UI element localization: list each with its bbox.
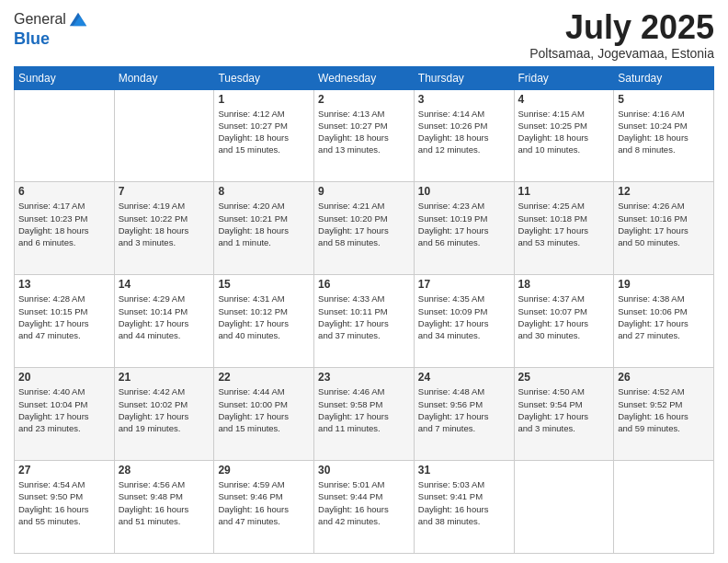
table-row: 31Sunrise: 5:03 AMSunset: 9:41 PMDayligh… <box>414 461 514 554</box>
day-info: Sunrise: 4:38 AMSunset: 10:06 PMDaylight… <box>618 293 710 341</box>
table-row: 11Sunrise: 4:25 AMSunset: 10:18 PMDaylig… <box>514 182 614 275</box>
day-info: Sunrise: 4:16 AMSunset: 10:24 PMDaylight… <box>618 108 710 156</box>
table-row: 25Sunrise: 4:50 AMSunset: 9:54 PMDayligh… <box>514 368 614 461</box>
day-info: Sunrise: 4:15 AMSunset: 10:25 PMDaylight… <box>518 108 610 156</box>
day-number: 20 <box>18 371 110 384</box>
logo-general-text: General <box>14 11 66 28</box>
day-number: 13 <box>18 278 110 291</box>
day-number: 7 <box>119 185 210 198</box>
calendar-week-row: 1Sunrise: 4:12 AMSunset: 10:27 PMDayligh… <box>15 89 714 182</box>
table-row: 7Sunrise: 4:19 AMSunset: 10:22 PMDayligh… <box>114 182 214 275</box>
calendar-table: Sunday Monday Tuesday Wednesday Thursday… <box>14 66 714 554</box>
table-row: 28Sunrise: 4:56 AMSunset: 9:48 PMDayligh… <box>114 461 214 554</box>
table-row: 10Sunrise: 4:23 AMSunset: 10:19 PMDaylig… <box>414 182 514 275</box>
table-row: 1Sunrise: 4:12 AMSunset: 10:27 PMDayligh… <box>214 89 314 182</box>
day-info: Sunrise: 4:14 AMSunset: 10:26 PMDaylight… <box>418 108 510 156</box>
day-info: Sunrise: 4:54 AMSunset: 9:50 PMDaylight:… <box>18 478 110 527</box>
day-info: Sunrise: 4:20 AMSunset: 10:21 PMDaylight… <box>218 200 310 248</box>
day-number: 14 <box>119 278 210 291</box>
table-row: 30Sunrise: 5:01 AMSunset: 9:44 PMDayligh… <box>314 461 415 554</box>
table-row: 9Sunrise: 4:21 AMSunset: 10:20 PMDayligh… <box>314 182 415 275</box>
logo-icon <box>68 9 88 29</box>
header: General Blue July 2025 Poltsamaa, Jogeva… <box>14 9 714 61</box>
day-number: 11 <box>518 185 610 198</box>
calendar-week-row: 13Sunrise: 4:28 AMSunset: 10:15 PMDaylig… <box>15 275 714 368</box>
table-row: 13Sunrise: 4:28 AMSunset: 10:15 PMDaylig… <box>15 275 115 368</box>
day-info: Sunrise: 4:25 AMSunset: 10:18 PMDaylight… <box>518 200 610 248</box>
day-number: 15 <box>218 278 310 291</box>
table-row: 18Sunrise: 4:37 AMSunset: 10:07 PMDaylig… <box>514 275 614 368</box>
day-number: 23 <box>318 371 410 384</box>
header-monday: Monday <box>114 66 214 89</box>
day-number: 9 <box>318 185 410 198</box>
table-row: 19Sunrise: 4:38 AMSunset: 10:06 PMDaylig… <box>614 275 714 368</box>
table-row: 20Sunrise: 4:40 AMSunset: 10:04 PMDaylig… <box>15 368 115 461</box>
day-info: Sunrise: 4:59 AMSunset: 9:46 PMDaylight:… <box>218 478 310 527</box>
day-number: 6 <box>18 185 110 198</box>
day-info: Sunrise: 4:46 AMSunset: 9:58 PMDaylight:… <box>318 385 410 434</box>
table-row: 29Sunrise: 4:59 AMSunset: 9:46 PMDayligh… <box>214 461 314 554</box>
day-info: Sunrise: 5:03 AMSunset: 9:41 PMDaylight:… <box>418 478 510 527</box>
table-row <box>614 461 714 554</box>
day-info: Sunrise: 4:52 AMSunset: 9:52 PMDaylight:… <box>618 385 710 434</box>
day-number: 18 <box>518 278 610 291</box>
day-number: 8 <box>218 185 310 198</box>
table-row: 21Sunrise: 4:42 AMSunset: 10:02 PMDaylig… <box>114 368 214 461</box>
day-number: 10 <box>418 185 510 198</box>
day-info: Sunrise: 4:17 AMSunset: 10:23 PMDaylight… <box>18 200 110 248</box>
header-wednesday: Wednesday <box>314 66 415 89</box>
day-info: Sunrise: 4:37 AMSunset: 10:07 PMDaylight… <box>518 293 610 341</box>
header-tuesday: Tuesday <box>214 66 314 89</box>
table-row: 4Sunrise: 4:15 AMSunset: 10:25 PMDayligh… <box>514 89 614 182</box>
table-row <box>114 89 214 182</box>
day-number: 19 <box>618 278 710 291</box>
day-info: Sunrise: 4:42 AMSunset: 10:02 PMDaylight… <box>119 385 210 434</box>
location-title: Poltsamaa, Jogevamaa, Estonia <box>529 46 714 61</box>
table-row <box>514 461 614 554</box>
day-number: 5 <box>618 93 710 106</box>
day-number: 1 <box>218 93 310 106</box>
day-info: Sunrise: 4:21 AMSunset: 10:20 PMDaylight… <box>318 200 410 248</box>
day-info: Sunrise: 4:44 AMSunset: 10:00 PMDaylight… <box>218 385 310 434</box>
table-row: 24Sunrise: 4:48 AMSunset: 9:56 PMDayligh… <box>414 368 514 461</box>
day-info: Sunrise: 4:28 AMSunset: 10:15 PMDaylight… <box>18 293 110 341</box>
table-row: 8Sunrise: 4:20 AMSunset: 10:21 PMDayligh… <box>214 182 314 275</box>
table-row: 12Sunrise: 4:26 AMSunset: 10:16 PMDaylig… <box>614 182 714 275</box>
day-info: Sunrise: 4:31 AMSunset: 10:12 PMDaylight… <box>218 293 310 341</box>
day-info: Sunrise: 4:13 AMSunset: 10:27 PMDaylight… <box>318 108 410 156</box>
day-number: 16 <box>318 278 410 291</box>
day-number: 31 <box>418 464 510 477</box>
day-info: Sunrise: 4:26 AMSunset: 10:16 PMDaylight… <box>618 200 710 248</box>
table-row: 16Sunrise: 4:33 AMSunset: 10:11 PMDaylig… <box>314 275 415 368</box>
header-saturday: Saturday <box>614 66 714 89</box>
day-info: Sunrise: 4:50 AMSunset: 9:54 PMDaylight:… <box>518 385 610 434</box>
day-info: Sunrise: 4:23 AMSunset: 10:19 PMDaylight… <box>418 200 510 248</box>
table-row: 26Sunrise: 4:52 AMSunset: 9:52 PMDayligh… <box>614 368 714 461</box>
table-row: 27Sunrise: 4:54 AMSunset: 9:50 PMDayligh… <box>15 461 115 554</box>
day-number: 26 <box>618 371 710 384</box>
day-number: 24 <box>418 371 510 384</box>
header-friday: Friday <box>514 66 614 89</box>
day-info: Sunrise: 4:48 AMSunset: 9:56 PMDaylight:… <box>418 385 510 434</box>
day-info: Sunrise: 4:40 AMSunset: 10:04 PMDaylight… <box>18 385 110 434</box>
table-row: 17Sunrise: 4:35 AMSunset: 10:09 PMDaylig… <box>414 275 514 368</box>
day-number: 27 <box>18 464 110 477</box>
day-number: 28 <box>119 464 210 477</box>
table-row: 22Sunrise: 4:44 AMSunset: 10:00 PMDaylig… <box>214 368 314 461</box>
day-info: Sunrise: 4:12 AMSunset: 10:27 PMDaylight… <box>218 108 310 156</box>
header-sunday: Sunday <box>15 66 115 89</box>
table-row: 6Sunrise: 4:17 AMSunset: 10:23 PMDayligh… <box>15 182 115 275</box>
logo: General Blue <box>14 9 88 49</box>
calendar-week-row: 20Sunrise: 4:40 AMSunset: 10:04 PMDaylig… <box>15 368 714 461</box>
day-number: 21 <box>119 371 210 384</box>
table-row: 2Sunrise: 4:13 AMSunset: 10:27 PMDayligh… <box>314 89 415 182</box>
month-title: July 2025 <box>529 9 714 46</box>
table-row: 14Sunrise: 4:29 AMSunset: 10:14 PMDaylig… <box>114 275 214 368</box>
table-row: 3Sunrise: 4:14 AMSunset: 10:26 PMDayligh… <box>414 89 514 182</box>
day-number: 17 <box>418 278 510 291</box>
calendar-week-row: 27Sunrise: 4:54 AMSunset: 9:50 PMDayligh… <box>15 461 714 554</box>
day-info: Sunrise: 5:01 AMSunset: 9:44 PMDaylight:… <box>318 478 410 527</box>
table-row <box>15 89 115 182</box>
day-number: 2 <box>318 93 410 106</box>
header-thursday: Thursday <box>414 66 514 89</box>
